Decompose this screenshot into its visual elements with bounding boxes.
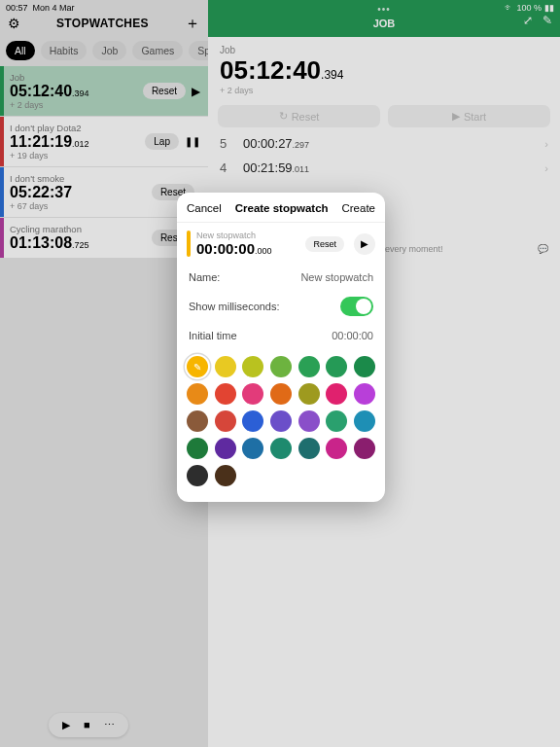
milliseconds-toggle[interactable] [340,297,373,316]
preview-color-bar [187,231,191,257]
color-swatch[interactable] [354,356,375,377]
color-swatch[interactable] [215,438,236,459]
preview-reset-button[interactable]: Reset [305,236,344,252]
preview-time: 00:00:00.000 [196,240,299,257]
color-swatch[interactable] [215,356,236,377]
color-swatch[interactable] [298,356,320,377]
create-button[interactable]: Create [341,202,375,214]
color-grid [177,348,385,502]
color-swatch[interactable] [242,438,263,459]
modal-title: Create stopwatch [235,202,329,214]
color-swatch[interactable] [354,383,375,405]
name-row[interactable]: Name:New stopwatch [177,265,385,290]
color-swatch[interactable] [187,438,208,459]
color-swatch[interactable] [298,410,320,432]
color-swatch[interactable] [187,410,208,432]
color-swatch[interactable] [270,383,292,405]
color-swatch[interactable] [242,383,263,405]
color-swatch[interactable] [270,438,292,459]
color-swatch[interactable] [187,356,208,377]
color-swatch[interactable] [187,465,208,486]
color-swatch[interactable] [354,438,375,459]
color-swatch[interactable] [298,438,320,459]
color-swatch[interactable] [215,383,236,405]
color-swatch[interactable] [326,410,347,432]
color-swatch[interactable] [326,356,347,377]
color-swatch[interactable] [215,465,236,486]
color-swatch[interactable] [326,383,347,405]
initial-time-row[interactable]: Initial time00:00:00 [177,323,385,348]
preview-label: New stopwatch [196,231,299,240]
color-swatch[interactable] [215,410,236,432]
milliseconds-row: Show milliseconds: [177,290,385,323]
preview-play-button[interactable]: ▶ [354,233,375,255]
cancel-button[interactable]: Cancel [187,202,222,214]
color-swatch[interactable] [242,410,263,432]
color-swatch[interactable] [326,438,347,459]
color-swatch[interactable] [298,383,320,405]
color-swatch[interactable] [187,383,208,405]
color-swatch[interactable] [242,356,263,377]
color-swatch[interactable] [270,410,292,432]
color-swatch[interactable] [270,356,292,377]
create-stopwatch-modal: Cancel Create stopwatch Create New stopw… [177,193,385,502]
color-swatch[interactable] [354,410,375,432]
